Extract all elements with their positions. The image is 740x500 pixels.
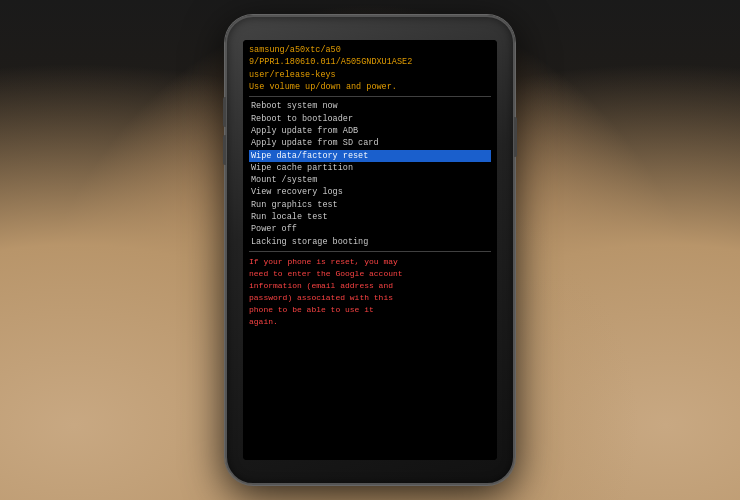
menu-item-mount-system[interactable]: Mount /system: [249, 174, 491, 186]
device-info-block: samsung/a50xtc/a50 9/PPR1.180610.011/A50…: [249, 44, 491, 93]
phone-device: samsung/a50xtc/a50 9/PPR1.180610.011/A50…: [225, 15, 515, 485]
menu-item-wipe-data[interactable]: Wipe data/factory reset: [249, 150, 491, 162]
menu-item-power-off[interactable]: Power off: [249, 223, 491, 235]
divider-top: [249, 96, 491, 97]
warning-line6: again.: [249, 316, 491, 328]
volume-up-button[interactable]: [223, 97, 226, 127]
volume-down-button[interactable]: [223, 135, 226, 165]
warning-block: If your phone is reset, you may need to …: [249, 256, 491, 328]
menu-item-graphics-test[interactable]: Run graphics test: [249, 199, 491, 211]
divider-bottom: [249, 251, 491, 252]
warning-line2: need to enter the Google account: [249, 268, 491, 280]
device-line1: samsung/a50xtc/a50: [249, 44, 491, 56]
device-line2: 9/PPR1.180610.011/A505GNDXU1ASE2: [249, 56, 491, 68]
recovery-menu: samsung/a50xtc/a50 9/PPR1.180610.011/A50…: [243, 40, 497, 460]
phone-screen: samsung/a50xtc/a50 9/PPR1.180610.011/A50…: [243, 40, 497, 460]
menu-item-apply-sdcard[interactable]: Apply update from SD card: [249, 137, 491, 149]
menu-item-view-logs[interactable]: View recovery logs: [249, 186, 491, 198]
power-button[interactable]: [514, 117, 517, 157]
scene: samsung/a50xtc/a50 9/PPR1.180610.011/A50…: [0, 0, 740, 500]
warning-line5: phone to be able to use it: [249, 304, 491, 316]
menu-item-reboot-bootloader[interactable]: Reboot to bootloader: [249, 113, 491, 125]
device-line3: user/release-keys: [249, 69, 491, 81]
menu-item-apply-adb[interactable]: Apply update from ADB: [249, 125, 491, 137]
device-line4: Use volume up/down and power.: [249, 81, 491, 93]
menu-item-reboot-system[interactable]: Reboot system now: [249, 100, 491, 112]
warning-line3: information (email address and: [249, 280, 491, 292]
warning-line1: If your phone is reset, you may: [249, 256, 491, 268]
warning-line4: password) associated with this: [249, 292, 491, 304]
menu-item-locale-test[interactable]: Run locale test: [249, 211, 491, 223]
menu-item-lacking-storage[interactable]: Lacking storage booting: [249, 236, 491, 248]
menu-list: Reboot system now Reboot to bootloader A…: [249, 100, 491, 248]
menu-item-wipe-cache[interactable]: Wipe cache partition: [249, 162, 491, 174]
